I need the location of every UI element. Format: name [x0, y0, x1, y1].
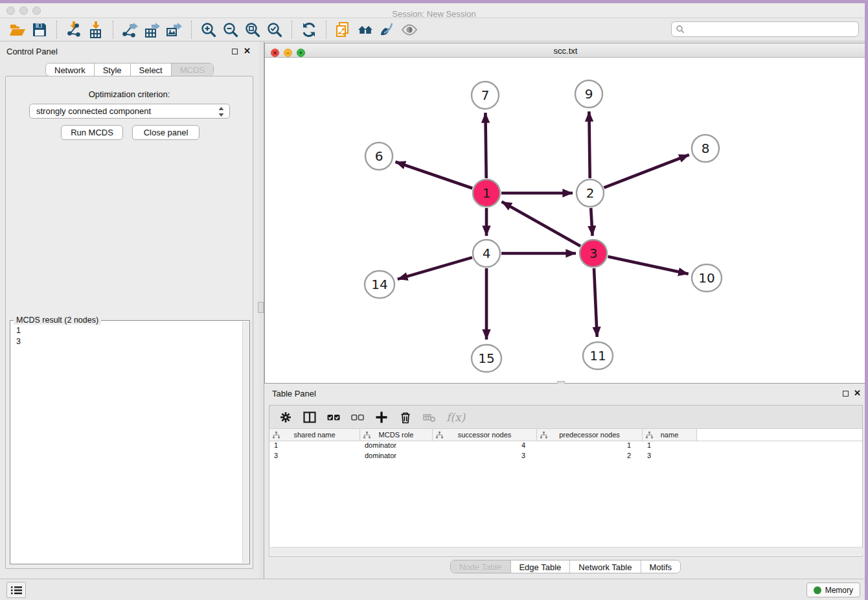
zoom-in-button[interactable] — [199, 20, 218, 40]
table-row[interactable]: 3dominator323 — [269, 452, 862, 462]
tab-style[interactable]: Style — [95, 63, 131, 76]
graph-node-15[interactable]: 15 — [472, 345, 501, 372]
table-cell[interactable]: 3 — [643, 452, 697, 462]
graph-node-4[interactable]: 4 — [473, 240, 500, 267]
tab-network[interactable]: Network — [46, 63, 95, 76]
zoom-selected-button[interactable] — [265, 20, 284, 40]
sort-column-icon[interactable] — [363, 432, 371, 439]
memory-button[interactable]: Memory — [806, 583, 860, 597]
tab-mcds[interactable]: MCDS — [172, 63, 213, 76]
zoom-out-button[interactable] — [221, 20, 240, 40]
zoom-fit-icon — [244, 21, 261, 38]
export-image-button[interactable] — [165, 20, 184, 40]
home-button[interactable] — [356, 20, 375, 40]
column-header-shared-name[interactable]: shared name — [269, 429, 360, 441]
sort-column-icon[interactable] — [646, 432, 653, 439]
column-header-successor-nodes[interactable]: successor nodes — [433, 429, 537, 441]
table-cell[interactable]: dominator — [360, 452, 433, 462]
sort-column-icon[interactable] — [273, 432, 280, 439]
zoom-fit-button[interactable] — [243, 20, 262, 40]
table-cell[interactable]: 3 — [269, 452, 360, 462]
graph-edge-2-9[interactable] — [589, 111, 589, 178]
float-table-panel-icon[interactable] — [843, 389, 849, 398]
import-table-button[interactable] — [86, 20, 106, 40]
export-network-icon — [122, 21, 139, 38]
table-cell[interactable]: 2 — [537, 452, 643, 462]
tab-network-table[interactable]: Network Table — [570, 560, 641, 573]
save-session-button[interactable] — [30, 20, 49, 40]
graph-node-1[interactable]: 1 — [473, 179, 500, 207]
float-panel-icon[interactable] — [232, 47, 238, 56]
deselect-all-button[interactable] — [349, 409, 366, 426]
result-scrollbar[interactable] — [242, 321, 249, 563]
graph-node-2[interactable]: 2 — [577, 179, 604, 207]
column-header-label: MCDS role — [379, 431, 414, 439]
run-mcds-button[interactable]: Run MCDS — [61, 125, 123, 140]
graph-node-14[interactable]: 14 — [365, 271, 394, 298]
tab-edge-table[interactable]: Edge Table — [510, 560, 570, 573]
tab-select[interactable]: Select — [131, 63, 172, 76]
task-history-button[interactable] — [6, 582, 26, 598]
table-cell[interactable]: dominator — [360, 441, 433, 452]
add-row-button[interactable] — [373, 409, 390, 426]
graph-node-11[interactable]: 11 — [583, 342, 613, 369]
table-cell[interactable]: 1 — [643, 441, 697, 452]
list-icon — [11, 586, 22, 595]
table-body: 1dominator4113dominator323 — [269, 441, 862, 462]
table-hscrollbar[interactable] — [270, 547, 863, 555]
network-view-window: ✕−+ scc.txt 7968124314101511 — [264, 43, 867, 384]
graph-edge-3-1[interactable] — [502, 202, 581, 246]
delete-row-button[interactable] — [397, 409, 414, 426]
graph-edge-2-3[interactable] — [591, 208, 592, 236]
graph-node-3[interactable]: 3 — [580, 240, 607, 267]
table-cell[interactable]: 1 — [537, 441, 643, 452]
graph-node-10[interactable]: 10 — [692, 264, 722, 292]
graph-node-7[interactable]: 7 — [472, 82, 499, 109]
import-network-button[interactable] — [64, 20, 84, 40]
graph-node-label: 3 — [589, 246, 598, 261]
sort-column-icon[interactable] — [436, 432, 443, 439]
graph-edge-4-14[interactable] — [398, 257, 472, 279]
table-cell[interactable]: 4 — [433, 441, 537, 452]
delete-table-button[interactable] — [421, 409, 438, 426]
search-input[interactable] — [685, 23, 858, 36]
close-panel-icon[interactable]: ✕ — [244, 46, 251, 56]
eye-button[interactable] — [400, 20, 419, 40]
vertical-split-grip[interactable] — [258, 302, 264, 313]
graph-node-6[interactable]: 6 — [365, 143, 393, 170]
optimization-dropdown[interactable]: strongly connected component — [29, 104, 230, 119]
graph-edge-2-8[interactable] — [604, 155, 689, 188]
column-header-MCDS-role[interactable]: MCDS role — [360, 429, 433, 441]
search-field[interactable] — [671, 21, 859, 37]
graph-node-8[interactable]: 8 — [692, 135, 719, 162]
table-cell[interactable]: 3 — [433, 452, 537, 462]
table-cell[interactable]: 1 — [269, 441, 360, 452]
table-row[interactable]: 1dominator411 — [269, 441, 862, 452]
close-table-panel-icon[interactable]: ✕ — [854, 388, 861, 398]
clone-network-button[interactable] — [334, 20, 353, 40]
graph-node-9[interactable]: 9 — [575, 80, 602, 108]
graph-edge-1-7[interactable] — [485, 113, 486, 178]
columns-button[interactable] — [301, 409, 318, 426]
refresh-layout-button[interactable] — [299, 20, 319, 40]
graph-node-label: 7 — [481, 87, 490, 103]
select-all-button[interactable] — [325, 409, 342, 426]
graph-edge-3-10[interactable] — [608, 257, 689, 274]
gear-button[interactable] — [277, 409, 294, 426]
open-file-button[interactable] — [8, 20, 27, 40]
graph-edge-3-11[interactable] — [594, 268, 597, 337]
toolbar-separator — [326, 21, 326, 39]
network-window-titlebar[interactable]: ✕−+ scc.txt — [265, 43, 866, 58]
network-view-title: scc.txt — [265, 46, 866, 56]
tab-motifs[interactable]: Motifs — [641, 560, 680, 573]
export-table-button[interactable] — [143, 20, 162, 40]
column-header-predecessor-nodes[interactable]: predecessor nodes — [537, 429, 643, 441]
column-header-name[interactable]: name — [643, 429, 697, 441]
export-network-button[interactable] — [120, 20, 140, 40]
sort-column-icon[interactable] — [540, 432, 547, 439]
network-canvas[interactable]: 7968124314101511 — [265, 58, 866, 383]
close-panel-button[interactable]: Close panel — [132, 125, 200, 140]
tab-node-table[interactable]: Node Table — [451, 560, 511, 573]
style-brush-button[interactable] — [378, 20, 397, 40]
graph-edge-1-6[interactable] — [396, 162, 473, 189]
